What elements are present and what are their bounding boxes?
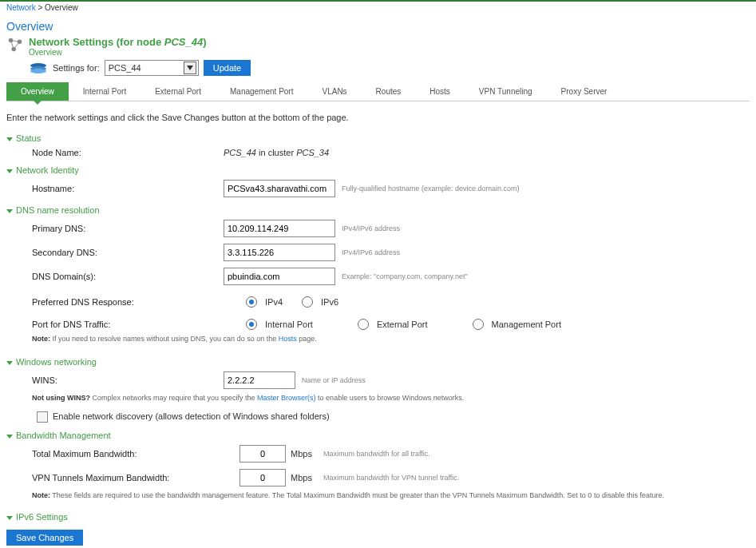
dns-domains-input[interactable] bbox=[224, 268, 335, 285]
section-windows-title: Windows networking bbox=[16, 357, 97, 367]
total-bw-input[interactable] bbox=[239, 445, 286, 463]
tab-proxy-server[interactable]: Proxy Server bbox=[547, 82, 622, 101]
save-changes-button[interactable]: Save Changes bbox=[6, 530, 83, 546]
header-title-prefix: Network Settings (for node bbox=[29, 36, 164, 48]
tab-hosts[interactable]: Hosts bbox=[415, 82, 465, 101]
vpn-bw-label: VPN Tunnels Maximum Bandwidth: bbox=[32, 473, 239, 482]
wins-hint: Name or IP address bbox=[302, 376, 366, 384]
svg-line-5 bbox=[14, 42, 19, 49]
chevron-down-icon bbox=[6, 361, 13, 365]
node-select-value: PCS_44 bbox=[109, 63, 141, 73]
breadcrumb: Network > Overview bbox=[0, 2, 756, 14]
header-title-suffix: ) bbox=[203, 36, 206, 48]
svg-marker-9 bbox=[187, 66, 193, 70]
hostname-input[interactable] bbox=[224, 180, 335, 197]
breadcrumb-root-link[interactable]: Network bbox=[6, 3, 36, 12]
radio-mgmt-port[interactable] bbox=[473, 319, 484, 330]
wins-note-bold: Not using WINS? bbox=[32, 394, 90, 402]
section-ipv6[interactable]: IPv6 Settings bbox=[0, 507, 756, 523]
section-bandwidth-title: Bandwidth Management bbox=[16, 431, 111, 440]
tab-vlans[interactable]: VLANs bbox=[307, 82, 361, 101]
secondary-dns-input[interactable] bbox=[224, 244, 335, 261]
header-node-name: PCS_44 bbox=[164, 36, 203, 48]
radio-external-port[interactable] bbox=[358, 319, 369, 330]
tab-management-port[interactable]: Management Port bbox=[216, 82, 308, 101]
row-hostname: Hostname: Fully-qualified hostname (exam… bbox=[0, 177, 756, 201]
network-discovery-label: Enable network discovery (allows detecti… bbox=[53, 411, 330, 421]
total-bw-unit: Mbps bbox=[291, 449, 312, 459]
vpn-bw-input[interactable] bbox=[239, 469, 286, 486]
vpn-bw-unit: Mbps bbox=[291, 473, 312, 482]
node-name-label: Node Name: bbox=[32, 148, 224, 157]
section-windows[interactable]: Windows networking bbox=[0, 352, 756, 368]
tab-routes[interactable]: Routes bbox=[362, 82, 416, 101]
network-nodes-icon bbox=[6, 36, 24, 54]
node-select[interactable]: PCS_44 bbox=[105, 60, 199, 76]
row-vpn-bw: VPN Tunnels Maximum Bandwidth: Mbps Maxi… bbox=[0, 466, 756, 490]
node-name-value: PCS_44 in cluster PCS_34 bbox=[224, 148, 329, 157]
radio-ipv6-label: IPv6 bbox=[321, 297, 338, 307]
save-row: Save Changes bbox=[0, 523, 756, 548]
row-dns-domains: DNS Domain(s): Example: "company.com, co… bbox=[0, 264, 756, 288]
vpn-bw-hint: Maximum bandwidth for VPN tunnel traffic… bbox=[323, 474, 459, 482]
section-identity[interactable]: Network Identity bbox=[0, 161, 756, 177]
header-text: Network Settings (for node PCS_44) Overv… bbox=[29, 36, 207, 57]
tab-vpn-tunneling[interactable]: VPN Tunneling bbox=[465, 82, 547, 101]
total-bw-label: Total Maximum Bandwidth: bbox=[32, 449, 239, 459]
master-browser-link[interactable]: Master Browser(s) bbox=[257, 394, 316, 402]
row-dns-port: Port for DNS Traffic: Internal Port Exte… bbox=[0, 311, 756, 333]
radio-mgmt-port-label: Management Port bbox=[492, 320, 561, 329]
dns-note: Note: If you need to resolve names witho… bbox=[0, 333, 756, 346]
node-value-mid: in cluster bbox=[256, 148, 296, 157]
secondary-dns-hint: IPv4/IPv6 address bbox=[342, 248, 400, 256]
dns-note-bold: Note: bbox=[32, 335, 50, 343]
dns-note-text1: If you need to resolve names without usi… bbox=[50, 335, 279, 343]
dns-domains-hint: Example: "company.com, company.net" bbox=[342, 272, 468, 280]
tab-internal-port[interactable]: Internal Port bbox=[69, 82, 141, 101]
primary-dns-label: Primary DNS: bbox=[32, 224, 224, 233]
update-button[interactable]: Update bbox=[204, 60, 251, 76]
section-status-title: Status bbox=[16, 133, 41, 143]
secondary-dns-label: Secondary DNS: bbox=[32, 248, 224, 257]
wins-note: Not using WINS? Complex networks may req… bbox=[0, 392, 756, 405]
bw-note: Note: These fields are required to use t… bbox=[0, 490, 756, 502]
settings-for-label: Settings for: bbox=[53, 63, 100, 73]
section-status[interactable]: Status bbox=[0, 129, 756, 145]
wins-input[interactable] bbox=[224, 371, 295, 389]
tab-overview[interactable]: Overview bbox=[6, 82, 69, 101]
section-identity-title: Network Identity bbox=[16, 165, 79, 175]
page-title: Overview bbox=[0, 14, 756, 36]
breadcrumb-sep: > bbox=[38, 3, 42, 12]
radio-ipv6[interactable] bbox=[302, 296, 313, 308]
row-secondary-dns: Secondary DNS: IPv4/IPv6 address bbox=[0, 240, 756, 264]
dns-port-label: Port for DNS Traffic: bbox=[32, 320, 224, 329]
row-wins: WINS: Name or IP address bbox=[0, 368, 756, 392]
row-pref-dns: Preferred DNS Response: IPv4 IPv6 bbox=[0, 288, 756, 311]
radio-internal-port[interactable] bbox=[246, 319, 257, 330]
radio-internal-port-label: Internal Port bbox=[265, 320, 313, 329]
section-bandwidth[interactable]: Bandwidth Management bbox=[0, 426, 756, 442]
primary-dns-input[interactable] bbox=[224, 220, 335, 237]
wins-note-text2: to enable users to browse Windows networ… bbox=[316, 394, 465, 402]
radio-ipv4[interactable] bbox=[246, 296, 257, 308]
server-stack-icon bbox=[29, 62, 48, 73]
header-row: Network Settings (for node PCS_44) Overv… bbox=[0, 36, 756, 57]
section-ipv6-title: IPv6 Settings bbox=[16, 512, 68, 522]
row-node-name: Node Name: PCS_44 in cluster PCS_34 bbox=[0, 145, 756, 161]
header-subtitle: Overview bbox=[29, 48, 207, 57]
bw-note-text: These fields are required to use the ban… bbox=[50, 491, 664, 499]
dns-note-text2: page. bbox=[297, 335, 317, 343]
wins-note-text1: Complex networks may require that you sp… bbox=[90, 394, 257, 402]
section-dns[interactable]: DNS name resolution bbox=[0, 201, 756, 216]
hostname-label: Hostname: bbox=[32, 184, 224, 193]
chevron-down-icon bbox=[6, 209, 13, 213]
chevron-down-icon bbox=[6, 516, 13, 520]
dns-domains-label: DNS Domain(s): bbox=[32, 272, 224, 281]
hosts-link[interactable]: Hosts bbox=[279, 335, 297, 343]
row-primary-dns: Primary DNS: IPv4/IPv6 address bbox=[0, 216, 756, 240]
hostname-hint: Fully-qualified hostname (example: devic… bbox=[342, 185, 520, 193]
radio-external-port-label: External Port bbox=[377, 320, 428, 329]
intro-text: Enter the network settings and click the… bbox=[0, 101, 756, 129]
tab-external-port[interactable]: External Port bbox=[141, 82, 216, 101]
network-discovery-checkbox[interactable] bbox=[37, 411, 48, 423]
